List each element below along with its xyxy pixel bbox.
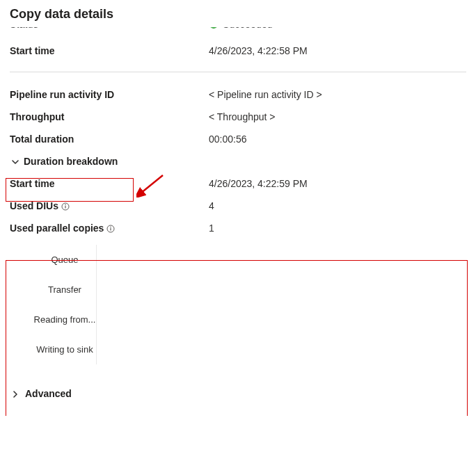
advanced-toggle[interactable]: Advanced — [10, 385, 73, 402]
throughput-value: < Throughput > — [209, 111, 466, 122]
duration-breakdown-label: Duration breakdown — [24, 156, 118, 167]
duration-breakdown-toggle[interactable]: Duration breakdown — [10, 153, 123, 170]
used-dius-label: Used DIUs — [10, 200, 209, 211]
breakdown-start-time-row: Start time 4/26/2023, 4:22:59 PM — [10, 172, 466, 195]
chevron-down-icon — [11, 157, 19, 166]
start-time-label: Start time — [10, 45, 209, 56]
pipeline-run-id-row: Pipeline run activity ID < Pipeline run … — [10, 83, 466, 106]
used-dius-value: 4 — [209, 200, 466, 211]
pipeline-run-id-value: < Pipeline run activity ID > — [209, 89, 466, 100]
svg-rect-6 — [111, 228, 111, 231]
throughput-label: Throughput — [10, 111, 209, 122]
panel-title: Copy data details — [10, 7, 466, 22]
svg-rect-3 — [65, 206, 65, 209]
used-parallel-copies-value: 1 — [209, 223, 466, 234]
total-duration-label: Total duration — [10, 134, 209, 145]
status-row: Status Succeeded — [10, 27, 466, 37]
stage-transfer: Transfer — [33, 275, 96, 305]
status-value: Succeeded — [209, 27, 466, 30]
advanced-label: Advanced — [25, 388, 72, 399]
start-time-row: Start time 4/26/2023, 4:22:58 PM — [10, 40, 466, 62]
total-duration-value: 00:00:56 — [209, 134, 466, 145]
used-parallel-copies-row: Used parallel copies 1 — [10, 217, 466, 239]
copy-data-details-panel: Copy data details Status Succeeded Start… — [0, 0, 476, 416]
svg-point-5 — [111, 227, 112, 228]
info-icon[interactable] — [106, 224, 115, 232]
chevron-right-icon — [11, 389, 19, 398]
pipeline-run-id-label: Pipeline run activity ID — [10, 89, 209, 100]
section-divider — [10, 72, 466, 72]
stage-reading-from: Reading from... — [33, 305, 96, 334]
throughput-row: Throughput < Throughput > — [10, 106, 466, 128]
status-label: Status — [10, 27, 209, 30]
stage-writing-to-sink: Writing to sink — [33, 334, 96, 364]
svg-point-0 — [209, 27, 218, 29]
status-text: Succeeded — [223, 27, 273, 30]
info-icon[interactable] — [61, 202, 70, 210]
breakdown-start-time-value: 4/26/2023, 4:22:59 PM — [209, 178, 466, 189]
breakdown-start-time-label: Start time — [10, 178, 209, 189]
stage-queue: Queue — [33, 245, 96, 275]
success-check-icon — [209, 27, 219, 29]
svg-point-2 — [65, 204, 66, 206]
total-duration-row: Total duration 00:00:56 — [10, 128, 466, 150]
used-parallel-copies-label: Used parallel copies — [10, 223, 209, 234]
duration-stage-list: Queue Transfer Reading from... Writing t… — [10, 245, 466, 364]
used-dius-row: Used DIUs 4 — [10, 195, 466, 217]
start-time-value: 4/26/2023, 4:22:58 PM — [209, 45, 466, 56]
